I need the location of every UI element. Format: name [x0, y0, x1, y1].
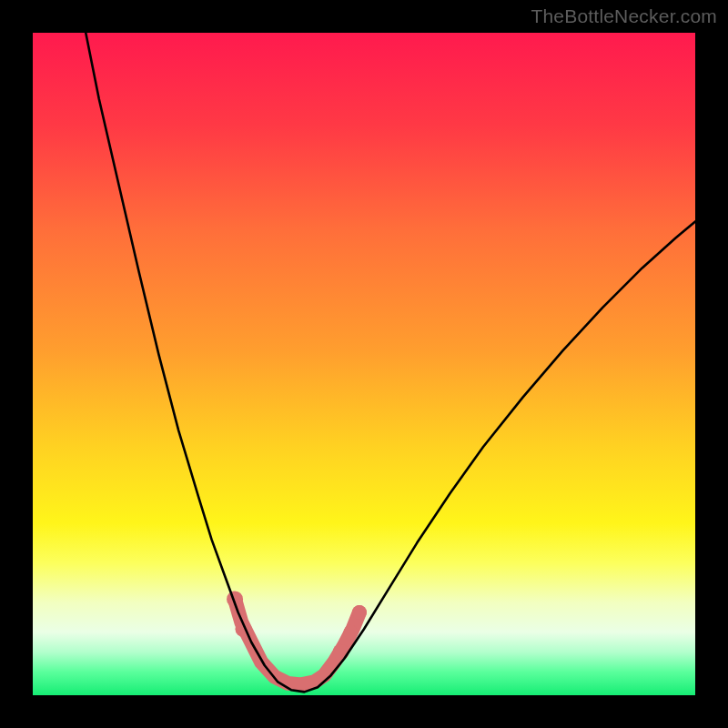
trough-band-stroke	[235, 599, 359, 684]
watermark-text: TheBottleNecker.com	[531, 5, 717, 27]
trough-marker	[333, 644, 349, 661]
bottleneck-curve-stroke	[86, 33, 695, 692]
trough-marker	[343, 625, 358, 640]
curve-overlay	[33, 33, 695, 695]
plot-area	[33, 33, 695, 695]
trough-marker	[352, 605, 367, 620]
